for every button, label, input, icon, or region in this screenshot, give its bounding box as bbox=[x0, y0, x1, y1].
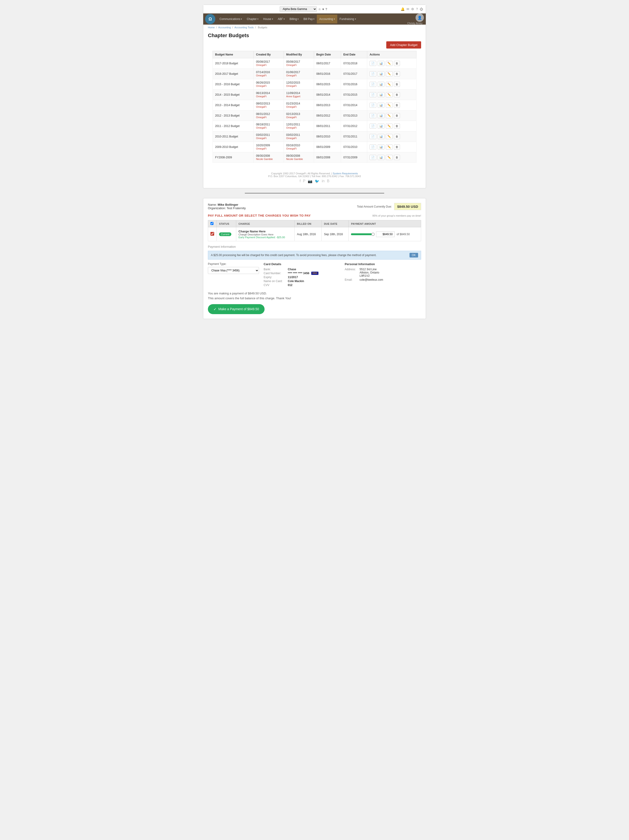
pdf-icon[interactable]: 📄 bbox=[370, 144, 376, 150]
user-name-row: Name: Mike Bollinger bbox=[208, 203, 246, 207]
begin-date: 08/01/2012 bbox=[314, 111, 341, 121]
col-due-date: DUE DATE bbox=[321, 220, 349, 227]
delete-icon[interactable]: 🗑 bbox=[394, 61, 400, 66]
make-payment-button[interactable]: ✓ Make a Payment of $849.50 bbox=[208, 304, 265, 314]
charge-checkbox[interactable] bbox=[210, 232, 214, 236]
select-all-checkbox[interactable] bbox=[210, 222, 213, 225]
pinterest-icon[interactable]: P bbox=[303, 179, 305, 183]
edit-icon[interactable]: ✏️ bbox=[386, 144, 392, 150]
delete-icon[interactable]: 🗑 bbox=[394, 103, 400, 108]
org-label: Organization: bbox=[208, 207, 227, 210]
export-icon[interactable]: 📊 bbox=[378, 103, 384, 108]
table-row: 2016-2017 Budget 07/14/2016OmegaFi 01/06… bbox=[213, 69, 416, 79]
edit-icon[interactable]: ✏️ bbox=[386, 123, 392, 129]
delete-icon[interactable]: 🗑 bbox=[394, 144, 400, 150]
edit-icon[interactable]: ✏️ bbox=[386, 155, 392, 160]
delete-icon[interactable]: 🗑 bbox=[394, 155, 400, 160]
breadcrumb-tools[interactable]: Accounting Tools bbox=[234, 26, 254, 29]
pdf-icon[interactable]: 📄 bbox=[370, 155, 376, 160]
nav-item-abg[interactable]: ABΓ ▾ bbox=[275, 15, 287, 24]
pdf-icon[interactable]: 📄 bbox=[370, 92, 376, 97]
budgets-table: Budget Name Created By Modified By Begin… bbox=[213, 51, 416, 163]
export-icon[interactable]: 📊 bbox=[378, 92, 384, 97]
instagram-icon[interactable]: 📷 bbox=[308, 179, 312, 183]
page-title: Chapter Budgets bbox=[203, 30, 426, 41]
export-icon[interactable]: 📊 bbox=[378, 155, 384, 160]
pdf-icon[interactable]: 📄 bbox=[370, 61, 376, 66]
twitter-icon[interactable]: 🐦 bbox=[315, 179, 319, 183]
blog-icon[interactable]: B bbox=[327, 179, 329, 183]
nav-item-communications[interactable]: Communications ▾ bbox=[217, 15, 244, 24]
payment-type-select[interactable]: Chase Visa (**** 3456) bbox=[208, 267, 259, 274]
nav-item-accounting[interactable]: Accounting ▾ bbox=[317, 15, 337, 24]
power-icon[interactable]: ⏻ bbox=[420, 7, 423, 11]
payment-slider[interactable] bbox=[351, 233, 374, 235]
nav-item-house[interactable]: House ▾ bbox=[261, 15, 275, 24]
name-on-card-label: Name on Card: bbox=[264, 279, 287, 283]
created-by: 08/02/2013OmegaFi bbox=[254, 100, 284, 111]
pdf-icon[interactable]: 📄 bbox=[370, 113, 376, 118]
add-chapter-budget-button[interactable]: Add Chapter Budget bbox=[386, 41, 421, 49]
export-icon[interactable]: 📊 bbox=[378, 134, 384, 139]
nav-item-billing[interactable]: Billing ▾ bbox=[287, 15, 301, 24]
delete-icon[interactable]: 🗑 bbox=[394, 134, 400, 139]
help-icon[interactable]: ? bbox=[326, 8, 327, 11]
pdf-icon[interactable]: 📄 bbox=[370, 123, 376, 129]
delete-icon[interactable]: 🗑 bbox=[394, 71, 400, 76]
chevron-down-icon: ▾ bbox=[297, 18, 299, 20]
dropdown-icon[interactable]: ▾ bbox=[322, 8, 324, 11]
star-icon[interactable]: ☆ bbox=[318, 8, 321, 11]
delete-icon[interactable]: 🗑 bbox=[394, 82, 400, 87]
user-info: Name: Mike Bollinger Organization: Test … bbox=[208, 203, 246, 210]
nav-item-fundraising[interactable]: Fundraising ▾ bbox=[337, 15, 359, 24]
edit-icon[interactable]: ✏️ bbox=[386, 103, 392, 108]
export-icon[interactable]: 📊 bbox=[378, 82, 384, 87]
nav-label: Chapter bbox=[247, 17, 257, 21]
user-full-name: Mike Bollinger bbox=[218, 203, 238, 207]
delete-icon[interactable]: 🗑 bbox=[394, 123, 400, 129]
table-row: 2015 - 2016 Budget 06/26/2015OmegaFi 12/… bbox=[213, 79, 416, 90]
nav-logo[interactable]: Ω bbox=[205, 14, 215, 24]
export-icon[interactable]: 📊 bbox=[378, 113, 384, 118]
system-requirements-link[interactable]: System Requirements bbox=[333, 172, 358, 175]
nav-items: Communications ▾ Chapter ▾ House ▾ ABΓ ▾… bbox=[217, 15, 408, 24]
linkedin-icon[interactable]: in bbox=[322, 179, 324, 183]
payment-amount-input[interactable] bbox=[376, 232, 395, 237]
export-icon[interactable]: 📊 bbox=[378, 61, 384, 66]
edit-icon[interactable]: ✏️ bbox=[386, 71, 392, 76]
facebook-icon[interactable]: f bbox=[300, 179, 300, 183]
fee-notice-text: A $25.00 processing fee will be charged … bbox=[211, 254, 376, 257]
edit-icon[interactable]: ✏️ bbox=[386, 134, 392, 139]
fee-ok-button[interactable]: OK bbox=[409, 253, 418, 257]
edit-icon[interactable]: ✏️ bbox=[386, 82, 392, 87]
export-icon[interactable]: 📊 bbox=[378, 123, 384, 129]
org-select[interactable]: Alpha Beta Gamma bbox=[280, 6, 317, 12]
pdf-icon[interactable]: 📄 bbox=[370, 71, 376, 76]
end-date: 07/31/2012 bbox=[341, 121, 367, 131]
col-charge: CHARGE bbox=[236, 220, 294, 227]
charge-name: Charge Name Here bbox=[239, 230, 292, 233]
pdf-icon[interactable]: 📄 bbox=[370, 103, 376, 108]
edit-icon[interactable]: ✏️ bbox=[386, 61, 392, 66]
bell-icon[interactable]: 🔔 bbox=[401, 7, 405, 11]
nav-item-chapter[interactable]: Chapter ▾ bbox=[244, 15, 261, 24]
col-begin-date: Begin Date bbox=[314, 51, 341, 58]
edit-icon[interactable]: ✏️ bbox=[386, 92, 392, 97]
breadcrumb-accounting[interactable]: Accounting bbox=[218, 26, 231, 29]
pdf-icon[interactable]: 📄 bbox=[370, 82, 376, 87]
edit-icon[interactable]: ✏️ bbox=[386, 113, 392, 118]
avatar[interactable]: 👤 bbox=[416, 13, 424, 22]
delete-icon[interactable]: 🗑 bbox=[394, 113, 400, 118]
export-icon[interactable]: 📊 bbox=[378, 71, 384, 76]
gear-icon[interactable]: ⚙ bbox=[411, 7, 414, 11]
nav-item-billpay[interactable]: Bill Pay ▾ bbox=[301, 15, 317, 24]
export-icon[interactable]: 📊 bbox=[378, 144, 384, 150]
created-by: 10/20/2009OmegaFi bbox=[254, 142, 284, 152]
breadcrumb: Home / Accounting / Accounting Tools / B… bbox=[203, 25, 426, 30]
created-by: 06/13/2014OmegaFi bbox=[254, 90, 284, 100]
pdf-icon[interactable]: 📄 bbox=[370, 134, 376, 139]
email-icon[interactable]: ✉ bbox=[406, 7, 409, 11]
delete-icon[interactable]: 🗑 bbox=[394, 92, 400, 97]
breadcrumb-home[interactable]: Home bbox=[208, 26, 215, 29]
question-icon[interactable]: ? bbox=[416, 7, 418, 11]
